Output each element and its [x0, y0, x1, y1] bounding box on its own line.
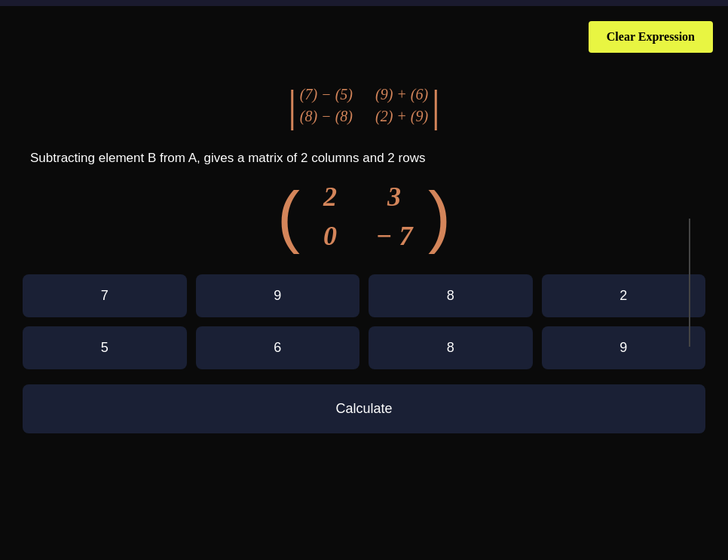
- result-grid: 2 3 0 − 7: [300, 181, 428, 252]
- num-button-2[interactable]: 2: [542, 274, 706, 317]
- header-area: Clear Expression: [0, 6, 728, 60]
- paren-left-icon: (: [277, 182, 300, 250]
- paren-right-icon: ): [428, 182, 451, 250]
- matrix-cell-r2c2: (2) + (9): [375, 108, 428, 125]
- num-button-7[interactable]: 7: [23, 274, 187, 317]
- numpad-row-2: 5 6 8 9: [23, 326, 705, 369]
- result-cell-r2c1: 0: [307, 220, 353, 252]
- clear-expression-button[interactable]: Clear Expression: [589, 21, 713, 53]
- matrix-cell-r1c1: (7) − (5): [300, 86, 353, 103]
- num-button-8a[interactable]: 8: [369, 274, 533, 317]
- numpad-row-1: 7 9 8 2: [23, 274, 705, 317]
- top-bar: [0, 0, 728, 6]
- matrix-cell-r2c1: (8) − (8): [300, 108, 353, 125]
- num-button-8b[interactable]: 8: [369, 326, 533, 369]
- result-cell-r1c2: 3: [368, 181, 421, 213]
- bracket-right-icon: |: [431, 83, 440, 128]
- matrix-cell-r1c2: (9) + (6): [375, 86, 428, 103]
- result-matrix-display: ( 2 3 0 − 7 ): [23, 181, 705, 252]
- result-cell-r2c2: − 7: [368, 220, 421, 252]
- main-content: | (7) − (5) (9) + (6) (8) − (8) (2) + (9…: [0, 60, 728, 448]
- num-button-9b[interactable]: 9: [542, 326, 706, 369]
- matrix-grid: (7) − (5) (9) + (6) (8) − (8) (2) + (9): [300, 86, 428, 125]
- result-cell-r1c1: 2: [307, 181, 353, 213]
- num-button-6[interactable]: 6: [196, 326, 360, 369]
- matrix-brackets: | (7) − (5) (9) + (6) (8) − (8) (2) + (9…: [288, 83, 440, 128]
- num-button-5[interactable]: 5: [23, 326, 187, 369]
- description-text: Subtracting element B from A, gives a ma…: [30, 151, 705, 166]
- calculate-button[interactable]: Calculate: [23, 384, 705, 433]
- matrix-expression-display: | (7) − (5) (9) + (6) (8) − (8) (2) + (9…: [23, 83, 705, 128]
- divider-line: [689, 219, 690, 347]
- bracket-left-icon: |: [288, 83, 297, 128]
- num-button-9a[interactable]: 9: [196, 274, 360, 317]
